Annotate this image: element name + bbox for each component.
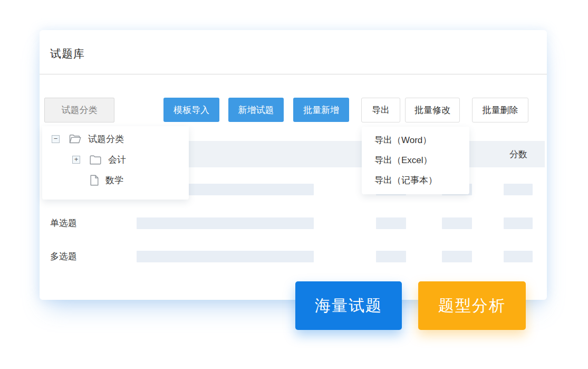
tree-item-accounting[interactable]: + 会计 (72, 154, 126, 166)
file-icon (90, 175, 99, 186)
placeholder-cell (376, 251, 406, 262)
export-button[interactable]: 导出 (361, 98, 400, 122)
placeholder-cell (504, 184, 533, 195)
massive-questions-button[interactable]: 海量试题 (295, 281, 402, 330)
expand-toggle-icon[interactable]: + (72, 156, 80, 164)
batch-delete-button[interactable]: 批量删除 (472, 98, 528, 122)
table-row: 单选题 (40, 217, 547, 230)
row-label-multi-choice: 多选题 (50, 250, 77, 263)
export-dropdown: 导出（Word） 导出（Excel） 导出（记事本） (362, 127, 469, 194)
collapse-toggle-icon[interactable]: − (52, 135, 60, 143)
batch-add-button[interactable]: 批量新增 (293, 98, 349, 122)
placeholder-cell (504, 217, 533, 229)
menu-item-export-excel[interactable]: 导出（Excel） (362, 150, 469, 171)
table-row: 多选题 (40, 250, 547, 263)
menu-item-export-notepad[interactable]: 导出（记事本） (362, 171, 469, 191)
batch-edit-button[interactable]: 批量修改 (405, 98, 460, 122)
template-import-button[interactable]: 模板导入 (163, 98, 219, 122)
score-column-header: 分数 (509, 148, 527, 160)
tree-item-math[interactable]: 数学 (90, 174, 123, 186)
tree-label: 会计 (108, 154, 126, 166)
placeholder-bar (137, 251, 314, 262)
tree-label: 数学 (105, 174, 123, 186)
category-select-label: 试题分类 (62, 104, 98, 116)
placeholder-cell (442, 251, 472, 262)
placeholder-cell (376, 217, 406, 229)
category-tree-dropdown: − 试题分类 + 会计 (42, 126, 189, 200)
page-title: 试题库 (50, 46, 85, 61)
add-question-button[interactable]: 新增试题 (228, 98, 284, 122)
card-header: 试题库 (40, 30, 547, 74)
tree-label: 试题分类 (88, 133, 124, 145)
menu-item-export-word[interactable]: 导出（Word） (362, 130, 469, 150)
placeholder-cell (442, 217, 472, 229)
row-label-single-choice: 单选题 (50, 217, 77, 230)
question-type-analysis-button[interactable]: 题型分析 (418, 281, 526, 330)
folder-closed-icon (90, 155, 101, 165)
placeholder-cell (504, 251, 533, 262)
folder-open-icon (69, 134, 81, 144)
category-select[interactable]: 试题分类 (44, 98, 114, 122)
tree-item-category-root[interactable]: − 试题分类 (52, 133, 124, 145)
question-bank-card: 试题库 试题分类 模板导入 新增试题 批量新增 导出 批量修改 批量删除 分数 … (40, 30, 547, 300)
placeholder-bar (137, 217, 314, 229)
